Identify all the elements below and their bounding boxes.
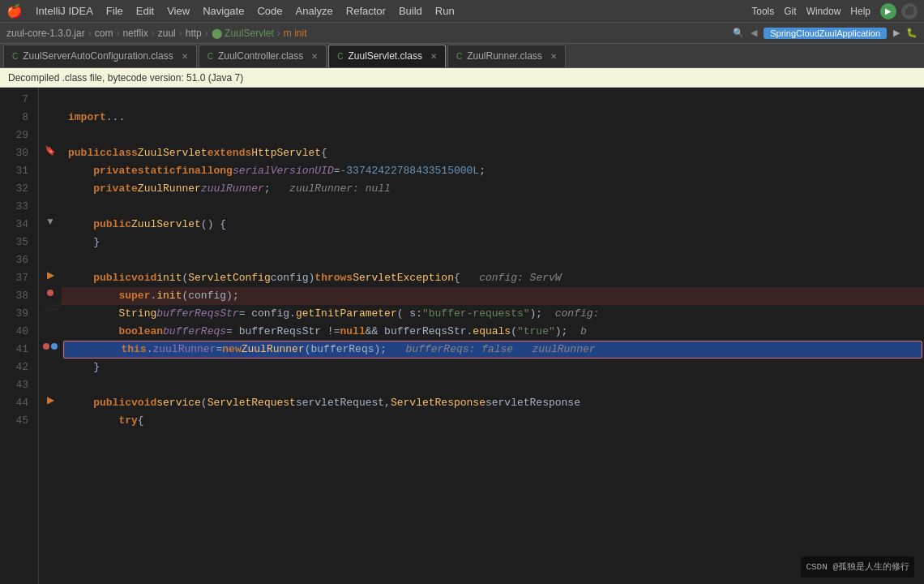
code-line-43 — [62, 376, 924, 394]
menu-file[interactable]: File — [106, 5, 123, 17]
gutter-42 — [39, 355, 62, 373]
eq-39: = config. — [239, 305, 296, 323]
gutter-44: ▶ — [39, 391, 62, 409]
code-line-38: super . init (config); — [62, 287, 924, 305]
ln-37: 37 — [0, 269, 33, 287]
comma-44: , — [384, 394, 391, 412]
kw-super: super — [118, 287, 150, 305]
arrow-right-icon: ▶ — [47, 269, 54, 281]
menu-intellij[interactable]: IntelliJ IDEA — [36, 5, 93, 17]
ln-32: 32 — [0, 180, 33, 198]
brace-open-30: { — [321, 144, 327, 162]
amp-40: && bufferReqsStr. — [366, 323, 473, 341]
tab-zuulcontroller[interactable]: C ZuulController.class ✕ — [199, 45, 327, 67]
tab-zuulrunner[interactable]: C ZuulRunner.class ✕ — [447, 45, 566, 67]
bc-zuul[interactable]: zuul — [158, 28, 176, 39]
menu-right-controls: Tools Git Window Help ▶ ⬛ — [751, 3, 918, 19]
search-icon[interactable]: 🔍 — [733, 28, 744, 38]
method-init-38: init — [156, 287, 182, 305]
run-button[interactable]: ▶ — [880, 3, 896, 19]
ln-33: 33 — [0, 198, 33, 216]
bc-com[interactable]: com — [95, 28, 113, 39]
equals-31: = — [334, 162, 340, 180]
method-getinitparam: getInitParameter — [296, 305, 397, 323]
ln-7: 7 — [0, 91, 33, 109]
debug-icon[interactable]: 🐛 — [906, 28, 918, 38]
kw-public-37: public — [93, 269, 131, 287]
bc-jar[interactable]: zuul-core-1.3.0.jar — [6, 28, 85, 39]
bc-class[interactable]: ⬤ ZuulServlet — [212, 28, 274, 39]
breakpoint-dot-41[interactable] — [43, 343, 49, 350]
tab-close-icon[interactable]: ✕ — [182, 52, 188, 61]
tabs-bar: C ZuulServerAutoConfiguration.class ✕ C … — [0, 44, 924, 68]
menu-code[interactable]: Code — [257, 5, 282, 17]
breakpoint-dot-38[interactable] — [47, 290, 53, 296]
code-line-30: public class ZuulServlet extends HttpSer… — [62, 144, 924, 162]
brace-open-37: { — [454, 269, 460, 287]
gutter-37: ▶ — [39, 266, 62, 284]
args-38: (config); — [182, 287, 238, 305]
tab-close-icon-4[interactable]: ✕ — [550, 52, 557, 61]
back-icon[interactable]: ◀ — [751, 28, 757, 38]
menu-refactor[interactable]: Refactor — [346, 5, 386, 17]
fold-icon[interactable]: ▼ — [45, 216, 55, 227]
paren-40: ( — [511, 323, 517, 341]
menu-edit[interactable]: Edit — [136, 5, 154, 17]
ln-39: 39 — [0, 305, 33, 323]
paren-close-37: ) — [309, 269, 315, 287]
gutter-34: ▼ — [39, 213, 62, 230]
kw-class-30: class — [106, 144, 138, 162]
code-line-35: } — [62, 234, 924, 251]
bc-http[interactable]: http — [186, 28, 202, 39]
close-40: ); — [555, 323, 568, 341]
current-line-dot-41 — [51, 343, 58, 350]
type-zuulrunner: ZuulRunner — [138, 180, 201, 198]
menu-tools[interactable]: Tools — [751, 6, 774, 17]
code-line-32: private ZuulRunner zuulRunner ; zuulRunn… — [62, 180, 924, 198]
tab-zuulservlet[interactable]: C ZuulServlet.class ✕ — [328, 45, 446, 67]
tab-label: ZuulController.class — [218, 50, 303, 62]
paren-open-44: ( — [201, 394, 207, 412]
gutter-31 — [39, 159, 62, 177]
kw-final-31: final — [176, 162, 207, 180]
code-line-44: public void service ( ServletRequest ser… — [62, 394, 924, 412]
menu-git[interactable]: Git — [784, 6, 796, 17]
tab-close-icon-2[interactable]: ✕ — [311, 52, 318, 61]
breadcrumb-bar: zuul-core-1.3.0.jar › com › netflix › zu… — [0, 23, 924, 44]
menu-analyze[interactable]: Analyze — [296, 5, 333, 17]
warning-bar: Decompiled .class file, bytecode version… — [0, 68, 924, 88]
toolbar-right: 🔍 ◀ SpringCloudZuulApplication ▶ 🐛 — [733, 28, 918, 39]
code-line-40: boolean bufferReqs = bufferReqsStr != nu… — [62, 323, 924, 341]
apple-logo-icon: 🍎 — [6, 3, 23, 19]
ln-35: 35 — [0, 234, 33, 251]
menu-navigate[interactable]: Navigate — [203, 5, 244, 17]
menu-build[interactable]: Build — [399, 5, 422, 17]
kw-void-44: void — [131, 394, 156, 412]
semicolon-32: ; — [264, 180, 271, 198]
kw-public-34: public — [93, 216, 131, 234]
menu-help[interactable]: Help — [850, 6, 871, 17]
ln-38: 38 — [0, 287, 33, 305]
tab-close-icon-3[interactable]: ✕ — [430, 52, 437, 61]
gutter-40 — [39, 320, 62, 337]
method-service: service — [156, 394, 201, 412]
code-area[interactable]: import ... public class ZuulServlet exte… — [62, 88, 924, 584]
bc-method[interactable]: m init — [284, 28, 307, 39]
ln-44: 44 — [0, 394, 33, 412]
menu-view[interactable]: View — [167, 5, 190, 17]
stop-button[interactable]: ⬛ — [901, 3, 918, 19]
hint-bufferreqs-41: bufferReqs: false zuulRunner — [387, 341, 595, 359]
field-zuulrunner: zuulRunner — [201, 180, 264, 198]
kw-void-37: void — [131, 269, 156, 287]
ln-42: 42 — [0, 359, 33, 376]
code-line-29 — [62, 127, 924, 144]
gutter-39 — [39, 302, 62, 320]
menu-run[interactable]: Run — [435, 5, 455, 17]
bc-netflix[interactable]: netflix — [122, 28, 148, 39]
run-icon[interactable]: ▶ — [893, 28, 900, 38]
menu-window[interactable]: Window — [806, 6, 841, 17]
tab-zuulserverautoconfiguration[interactable]: C ZuulServerAutoConfiguration.class ✕ — [3, 45, 197, 67]
run-config-dropdown[interactable]: SpringCloudZuulApplication — [764, 28, 887, 39]
ln-43: 43 — [0, 376, 33, 394]
param-servletrequest: servletRequest — [296, 394, 384, 412]
